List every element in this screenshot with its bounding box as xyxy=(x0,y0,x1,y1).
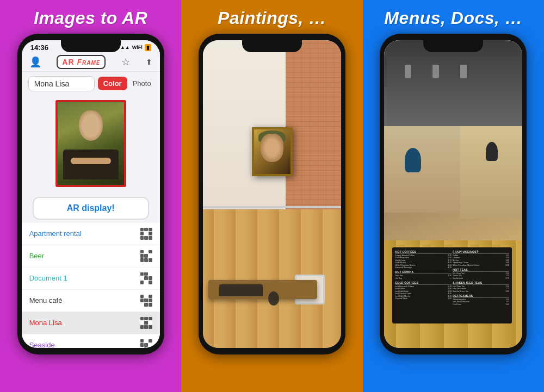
menu-col-2: FRAPPUCCINOS® Coffee4.45 Caramel4.85 Moc… xyxy=(453,250,509,321)
menu-item: Green Tea2.45 xyxy=(453,275,509,277)
menu-cold-coffees: COLD COFFEES xyxy=(395,281,452,285)
menu-item: Coffee4.45 xyxy=(453,254,509,257)
list-item[interactable]: Menu café xyxy=(22,290,160,312)
qr-icon-mona xyxy=(140,317,152,329)
menu-item: Strawberry Crème4.85 xyxy=(453,262,509,264)
menu-item: Iced Coffee2.95 xyxy=(395,288,452,290)
person-icon[interactable]: 👤 xyxy=(29,56,41,68)
panel-title-left: Images to AR xyxy=(34,8,147,28)
panel-left: Images to AR 14:36 ▲▲▲ WiFi ▮ 👤 AR Frame… xyxy=(0,0,181,392)
sb-ceiling xyxy=(384,40,522,126)
list-item[interactable]: Beer xyxy=(22,245,160,267)
menu-item: Freshly Brewed Coffee2.25 xyxy=(395,254,452,257)
cafe-mouse xyxy=(268,291,279,306)
list-item-highlighted[interactable]: Mona Lisa xyxy=(22,312,160,334)
menu-frappuccinos: FRAPPUCCINOS® xyxy=(453,250,509,254)
mona-body xyxy=(63,150,119,179)
phone-notch-middle xyxy=(242,40,302,52)
list-label-menu: Menu café xyxy=(29,296,63,304)
panel-middle: Paintings, … xyxy=(181,0,362,392)
wifi-icon: WiFi xyxy=(132,45,143,50)
qr-icon-document xyxy=(140,272,152,284)
menu-col-1: HOT COFFEES Freshly Brewed Coffee2.25 Ca… xyxy=(395,250,452,321)
light-2 xyxy=(432,65,439,78)
menu-hot-coffees: HOT COFFEES xyxy=(395,250,452,254)
menu-item: Caramel4.85 xyxy=(453,257,509,259)
list-label-document: Document 1 xyxy=(29,274,67,282)
menu-item: Strawberry Acai3.45 xyxy=(453,298,509,301)
color-button[interactable]: Color xyxy=(98,77,127,90)
menu-item: Iced Tazo Tea2.45 xyxy=(453,285,509,288)
painting-container xyxy=(22,96,160,191)
wall-trim xyxy=(203,206,341,208)
menu-item: Very Berry Hibiscus3.45 xyxy=(453,301,509,303)
sb-counter xyxy=(460,126,522,219)
list-item[interactable]: Document 1 xyxy=(22,267,160,290)
coffee-shop-photo: HOT COFFEES Freshly Brewed Coffee2.25 Ca… xyxy=(384,40,522,348)
ar-display-button[interactable]: AR display! xyxy=(33,197,149,220)
menu-refreshers: REFRESHERS xyxy=(453,294,509,298)
barista-silhouette xyxy=(486,142,498,161)
phone-middle xyxy=(199,34,345,354)
menu-item: Matcha Green Tea3.45 xyxy=(453,290,509,293)
status-icons: ▲▲▲ WiFi ▮ xyxy=(115,44,151,51)
menu-item: Hot Dog— xyxy=(395,277,452,279)
mona-lisa-frame xyxy=(55,100,126,187)
nav-bar: 👤 AR Frame ☆ ⬆ xyxy=(22,53,160,72)
menu-item: Vanilla Latte3.75 xyxy=(395,259,452,262)
mona-hands xyxy=(71,158,111,164)
menu-item: Iced Caffè Mocha4.25 xyxy=(395,295,452,297)
qr-icon-apartment xyxy=(140,228,152,240)
menu-item: Tazo Tea1.85 xyxy=(395,275,452,277)
app-logo: AR Frame xyxy=(57,55,106,69)
menu-hot-teas: HOT TEAS xyxy=(453,268,509,272)
app-logo-ar: AR xyxy=(62,58,77,66)
mona-lisa-painting xyxy=(58,102,124,185)
van-gogh-on-wall xyxy=(252,127,293,176)
list-label-seaside: Seaside xyxy=(29,341,55,348)
cafe-photo xyxy=(203,40,341,348)
sb-interior: HOT COFFEES Freshly Brewed Coffee2.25 Ca… xyxy=(384,40,522,348)
phone-notch-left xyxy=(61,40,121,52)
menu-item: Iced Caffè Latte3.65 xyxy=(395,290,452,293)
ar-menu-board: HOT COFFEES Freshly Brewed Coffee2.25 Ca… xyxy=(392,247,512,323)
share-icon[interactable]: ⬆ xyxy=(146,58,152,66)
qr-icon-seaside xyxy=(140,339,152,348)
list-container: Apartment rental Beer xyxy=(22,223,160,348)
star-icon[interactable]: ☆ xyxy=(121,56,130,68)
menu-item: Caffè Mocha4.25 xyxy=(395,262,452,264)
menu-hot-drinks: HOT DRINKS xyxy=(395,270,452,274)
screen-right: HOT COFFEES Freshly Brewed Coffee2.25 Ca… xyxy=(384,40,522,348)
menu-item: Iced Lemonade2.75 xyxy=(453,288,509,290)
battery-icon: ▮ xyxy=(145,44,151,51)
cafe-keyboard xyxy=(219,284,263,296)
van-gogh-portrait xyxy=(254,129,290,174)
cafe-interior-bg xyxy=(203,40,341,348)
phone-right: HOT COFFEES Freshly Brewed Coffee2.25 Ca… xyxy=(380,34,527,354)
phone-notch-right xyxy=(423,40,483,52)
list-label-beer: Beer xyxy=(29,252,44,260)
search-row: Mona Lisa Color Photo xyxy=(22,72,160,96)
phone-left: 14:36 ▲▲▲ WiFi ▮ 👤 AR Frame ☆ ⬆ Mona xyxy=(17,34,164,354)
list-label-mona: Mona Lisa xyxy=(29,319,62,327)
search-value: Mona Lisa xyxy=(34,79,70,88)
screen-left: 14:36 ▲▲▲ WiFi ▮ 👤 AR Frame ☆ ⬆ Mona xyxy=(22,40,160,348)
menu-item: Mocha4.85 xyxy=(453,259,509,262)
menu-shaken: SHAKEN ICED TEAS xyxy=(453,281,509,285)
search-box[interactable]: Mona Lisa xyxy=(28,76,95,91)
menu-item: White Chocolate Mocha Crème4.85 xyxy=(453,264,509,266)
list-item[interactable]: Apartment rental xyxy=(22,223,160,245)
screen-middle xyxy=(203,40,341,348)
menu-item: Earl Grey Tea2.45 xyxy=(453,272,509,275)
menu-item: Iced Brew with Cream3.45 xyxy=(395,285,452,288)
photo-button[interactable]: Photo xyxy=(131,77,153,90)
menu-item: White Chocolate Mocha4.25 xyxy=(395,264,452,266)
light-1 xyxy=(405,65,411,78)
menu-item: Channel Block3.85 xyxy=(395,297,452,300)
list-label-apartment: Apartment rental xyxy=(29,229,82,238)
status-time: 14:36 xyxy=(30,43,48,52)
list-item[interactable]: Seaside xyxy=(22,334,160,348)
panel-right: Menus, Docs, … xyxy=(363,0,544,392)
panel-title-right: Menus, Docs, … xyxy=(384,8,522,28)
menu-item: Seasonal Beverage4.25 xyxy=(395,266,452,269)
